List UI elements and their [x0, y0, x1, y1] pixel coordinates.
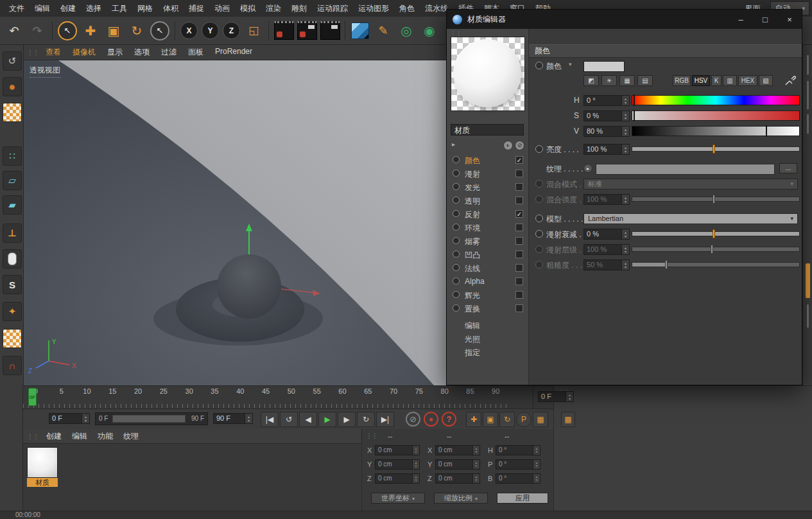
- channel-label[interactable]: 置换: [465, 304, 480, 315]
- stepper-arrows[interactable]: [245, 414, 252, 423]
- channel-label[interactable]: 辉光: [465, 290, 480, 301]
- channel-label[interactable]: 反射: [465, 209, 480, 220]
- stepper-arrows[interactable]: [621, 145, 629, 154]
- channel-label[interactable]: 环境: [465, 223, 480, 234]
- hsv-mode-button[interactable]: HSV: [692, 75, 710, 86]
- play-preview-button[interactable]: ↺: [280, 412, 298, 427]
- channel-radio[interactable]: [453, 197, 460, 204]
- channel-radio[interactable]: [453, 156, 460, 163]
- undo-button[interactable]: ↶: [3, 20, 25, 42]
- channel-radio[interactable]: [453, 224, 460, 231]
- stepper-arrows[interactable]: [621, 229, 629, 239]
- menubar-item[interactable]: 角色: [394, 3, 420, 14]
- channel-radio[interactable]: [453, 210, 460, 217]
- timeline-ruler[interactable]: 051015202530354045505560657075808590 0F …: [23, 385, 553, 409]
- channel-label[interactable]: 法线: [465, 263, 480, 274]
- hue-gradient-bar[interactable]: [632, 95, 800, 105]
- channel-checkbox[interactable]: [515, 291, 523, 299]
- viewport-menu-item[interactable]: 查看: [40, 47, 67, 58]
- end-frame-field[interactable]: 90 F: [213, 413, 253, 424]
- menubar-item[interactable]: 捕捉: [184, 3, 209, 14]
- rotate-tool[interactable]: ↻: [126, 20, 148, 42]
- section-header[interactable]: 颜色: [529, 44, 802, 58]
- keyframe-dot-icon[interactable]: [535, 230, 543, 238]
- channel-label[interactable]: Alpha: [465, 277, 485, 286]
- preview-sphere-icon[interactable]: ◐: [503, 141, 513, 150]
- saturation-cursor[interactable]: [634, 110, 635, 121]
- paint-workplane-button[interactable]: ✦: [3, 302, 22, 321]
- material-thumbnail[interactable]: [27, 447, 58, 478]
- material-thumbnail-label[interactable]: 材质: [27, 478, 58, 487]
- maximize-button[interactable]: □: [753, 10, 777, 29]
- channel-label[interactable]: 漫射: [465, 169, 480, 180]
- keyframe-dot-icon[interactable]: [535, 145, 543, 153]
- make-editable-button[interactable]: ↺: [3, 51, 22, 71]
- channel-row[interactable]: 辉光: [447, 288, 529, 302]
- autokey-help-button[interactable]: ?: [442, 412, 456, 427]
- channel-row[interactable]: 凹凸: [447, 248, 529, 261]
- scale-z-field[interactable]: 0 cm: [435, 473, 480, 484]
- channel-row[interactable]: 发光: [447, 180, 529, 194]
- material-menu-item[interactable]: 纹理: [118, 431, 144, 442]
- kelvin-mode-button[interactable]: K: [711, 75, 721, 86]
- channel-row[interactable]: 透明: [447, 194, 529, 207]
- channel-checkbox[interactable]: [515, 277, 523, 285]
- channel-action-item[interactable]: 编辑: [447, 319, 529, 333]
- mixer-icon[interactable]: ▥: [723, 75, 737, 86]
- slider-handle[interactable]: [713, 229, 715, 238]
- panel-grip[interactable]: ⋮⋮: [366, 432, 377, 439]
- keyframe-settings-button[interactable]: ▦: [561, 412, 575, 427]
- channel-radio[interactable]: [453, 277, 460, 285]
- menubar-item[interactable]: 编辑: [30, 3, 55, 14]
- brightness-field[interactable]: 100 %: [583, 144, 630, 155]
- pen-spline-button[interactable]: ✎: [372, 20, 394, 42]
- keyframe-dot-icon[interactable]: [535, 62, 543, 69]
- value-gradient-bar[interactable]: [632, 126, 800, 136]
- channel-radio[interactable]: [453, 304, 460, 312]
- play-backward-button[interactable]: ◀: [299, 412, 317, 427]
- last-used-tool[interactable]: ↖: [149, 20, 171, 42]
- color-wheel-icon[interactable]: ☀: [601, 75, 617, 86]
- menubar-item[interactable]: 网格: [132, 3, 158, 14]
- channel-radio[interactable]: [453, 291, 460, 298]
- viewport-label[interactable]: 透视视图: [30, 65, 60, 78]
- key-scale-button[interactable]: ▣: [483, 412, 498, 427]
- menubar-item[interactable]: 体积: [158, 3, 184, 14]
- channel-checkbox[interactable]: [515, 224, 523, 231]
- rot-p-field[interactable]: 0 °: [496, 459, 540, 470]
- viewport-menu-item[interactable]: 显示: [101, 47, 128, 58]
- brightness-slider[interactable]: [632, 144, 800, 154]
- edge-mode-button[interactable]: ▱: [3, 171, 22, 190]
- apply-button[interactable]: 应用: [497, 493, 548, 504]
- model-mode-button[interactable]: ●: [3, 77, 22, 96]
- instance-generator-button[interactable]: ◉: [419, 20, 440, 42]
- material-menu-item[interactable]: 创建: [41, 431, 67, 442]
- move-tool[interactable]: ✚: [80, 20, 101, 42]
- channel-action-item[interactable]: 指定: [447, 346, 529, 360]
- channel-checkbox[interactable]: [515, 197, 523, 204]
- pos-z-field[interactable]: 0 cm: [375, 473, 420, 484]
- menubar-item[interactable]: 渲染: [261, 3, 286, 14]
- texture-popup-button[interactable]: ▸: [583, 164, 592, 173]
- material-name-field[interactable]: 材质: [451, 124, 524, 136]
- chevron-down-icon[interactable]: ▾: [569, 61, 572, 67]
- channel-row[interactable]: 法线: [447, 261, 529, 275]
- pos-y-field[interactable]: 0 cm: [375, 459, 420, 470]
- menubar-item[interactable]: 动画: [209, 3, 235, 14]
- play-button[interactable]: ▶: [318, 412, 336, 427]
- goto-end-button[interactable]: ▶|: [376, 412, 394, 427]
- range-handle[interactable]: [112, 415, 186, 423]
- current-frame-field[interactable]: 0 F: [49, 413, 90, 424]
- hex-mode-button[interactable]: HEX: [738, 75, 757, 86]
- channel-radio[interactable]: [453, 264, 460, 271]
- channel-row[interactable]: Alpha: [447, 275, 529, 288]
- stepper-arrows[interactable]: [621, 111, 629, 121]
- material-preview[interactable]: [451, 37, 525, 111]
- mix-mode-dropdown[interactable]: 标准▾: [583, 179, 798, 189]
- expand-arrow-icon[interactable]: ▸: [452, 141, 455, 148]
- key-pla-button[interactable]: ▦: [533, 412, 548, 427]
- timeline-playhead[interactable]: 0F: [28, 388, 37, 406]
- pos-x-field[interactable]: 0 cm: [375, 445, 420, 455]
- ramp-icon[interactable]: ▧: [759, 75, 773, 86]
- saturation-gradient-bar[interactable]: [632, 110, 800, 121]
